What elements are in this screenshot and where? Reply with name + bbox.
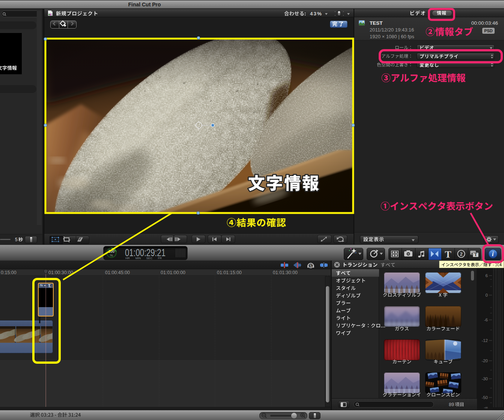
svg-text:-∞: -∞ xyxy=(484,405,488,410)
svg-text:-12: -12 xyxy=(481,338,488,343)
svg-text:6: 6 xyxy=(486,273,488,278)
svg-text:-50: -50 xyxy=(481,395,488,400)
svg-text:-6: -6 xyxy=(484,318,488,322)
svg-text:-30: -30 xyxy=(481,376,488,381)
svg-text:-20: -20 xyxy=(481,358,488,363)
svg-text:0: 0 xyxy=(486,293,488,297)
